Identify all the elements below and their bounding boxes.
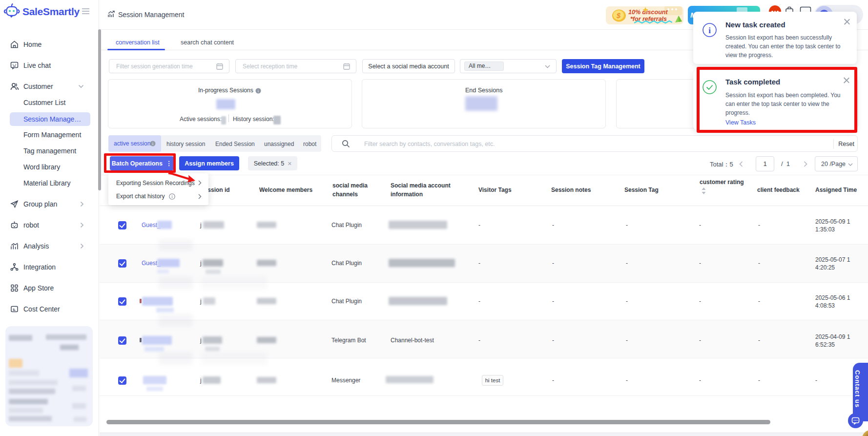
svg-text:i: i (708, 26, 711, 35)
svg-text:$: $ (616, 11, 621, 20)
